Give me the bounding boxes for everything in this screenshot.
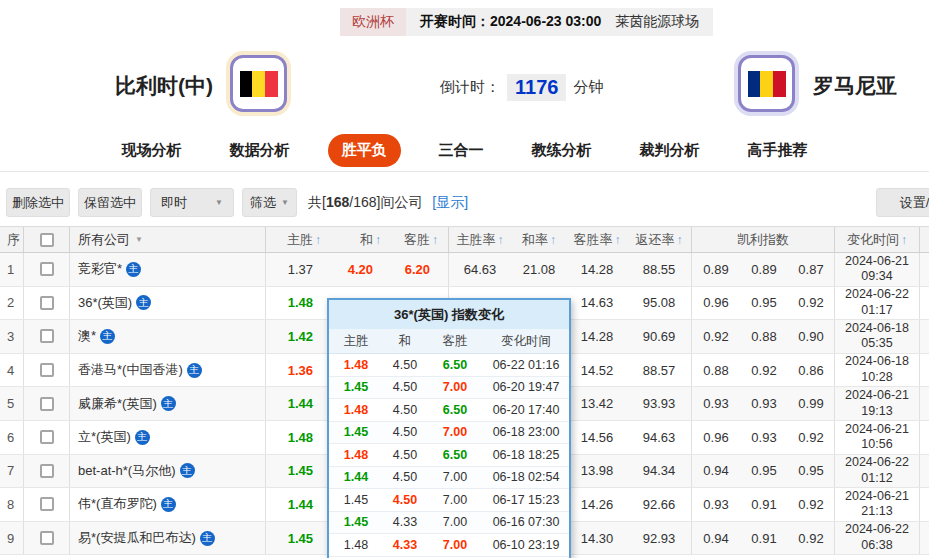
tab-three-in-one[interactable]: 三合一 (429, 134, 494, 167)
row-checkbox[interactable] (40, 363, 54, 377)
header-change-time[interactable]: 变化时间↑ (835, 227, 920, 252)
popup-change-time: 06-17 15:23 (483, 489, 569, 511)
header-draw-rate[interactable]: 和率↑ (511, 227, 567, 252)
select-all-checkbox[interactable] (40, 233, 54, 247)
kickoff-time: 开赛时间：2024-06-23 03:00 (406, 8, 613, 36)
kelly-draw: 0.89 (740, 253, 788, 286)
draw-odds[interactable]: 4.20 (331, 253, 391, 286)
company-name: 36*(英国) (78, 294, 132, 312)
header-return-rate[interactable]: 返还率↑ (627, 227, 692, 252)
company-count: 共[168/168]间公司 [显示] (308, 194, 468, 212)
company-cell[interactable]: 立*(英国)主 (70, 421, 266, 454)
sort-asc-icon: ↑ (901, 233, 907, 247)
row-checkbox[interactable] (40, 531, 54, 545)
row-index: 5 (0, 387, 24, 420)
row-checkbox[interactable] (40, 397, 54, 411)
match-odds-page: 欧洲杯 开赛时间：2024-06-23 03:00 莱茵能源球场 比利时(中) … (0, 0, 929, 558)
tab-data-analysis[interactable]: 数据分析 (220, 134, 300, 167)
edge-cell (920, 455, 929, 488)
chevron-down-icon: ▼ (135, 235, 143, 244)
header-away-odds[interactable]: 客胜↑ (391, 227, 449, 252)
edge-cell (920, 287, 929, 320)
company-cell[interactable]: 香港马*(中国香港)主 (70, 354, 266, 387)
tab-live-analysis[interactable]: 现场分析 (112, 134, 192, 167)
away-odds[interactable]: 6.20 (391, 253, 449, 286)
company-name: bet-at-h*(马尔他) (78, 462, 176, 480)
kelly-away: 0.90 (788, 320, 835, 353)
company-cell[interactable]: 36*(英国)主 (70, 287, 266, 320)
popup-row: 1.444.507.0006-18 02:54 (329, 467, 569, 490)
home-odds[interactable]: 1.42 (266, 320, 331, 353)
popup-row: 1.484.506.5006-18 18:25 (329, 444, 569, 467)
company-cell[interactable]: 澳*主 (70, 320, 266, 353)
return-rate: 88.57 (627, 354, 692, 387)
company-cell[interactable]: 伟*(直布罗陀)主 (70, 488, 266, 521)
row-index: 7 (0, 455, 24, 488)
popup-draw-odds: 4.50 (383, 489, 427, 511)
home-odds[interactable]: 1.37 (266, 253, 331, 286)
company-cell[interactable]: 易*(安提瓜和巴布达)主 (70, 522, 266, 555)
header-home-rate[interactable]: 主胜率↑ (449, 227, 511, 252)
countdown-value: 1176 (507, 74, 566, 101)
tab-win-draw-lose[interactable]: 胜平负 (328, 134, 401, 167)
header-company[interactable]: 所有公司 ▼ (70, 227, 266, 252)
home-odds[interactable]: 1.48 (266, 287, 331, 320)
home-odds[interactable]: 1.44 (266, 387, 331, 420)
row-checkbox[interactable] (40, 329, 54, 343)
header-home-odds-label: 主胜 (287, 231, 313, 249)
row-checkbox[interactable] (40, 497, 54, 511)
popup-change-time: 06-20 19:47 (483, 377, 569, 399)
header-away-rate[interactable]: 客胜率↑ (567, 227, 627, 252)
delete-selected-button[interactable]: 删除选中 (6, 188, 70, 217)
row-checkbox[interactable] (40, 430, 54, 444)
sort-asc-icon: ↑ (498, 233, 504, 247)
company-name: 澳* (78, 327, 96, 345)
change-time: 2024-06-2201:12 (835, 455, 920, 488)
edge-cell (920, 320, 929, 353)
popup-column-headers: 主胜 和 客胜 变化时间 (329, 329, 569, 354)
company-cell[interactable]: 威廉希*(英国)主 (70, 387, 266, 420)
main-odds-badge-icon: 主 (100, 329, 115, 344)
tab-referee-analysis[interactable]: 裁判分析 (630, 134, 710, 167)
header-draw-rate-label: 和率 (522, 231, 548, 249)
tab-expert-picks[interactable]: 高手推荐 (738, 134, 818, 167)
edge-cell (920, 421, 929, 454)
sort-asc-icon: ↑ (375, 233, 381, 247)
company-cell[interactable]: 竞彩官*主 (70, 253, 266, 286)
kelly-away: 0.92 (788, 522, 835, 555)
odds-time-select[interactable]: 即时 ▼ (150, 188, 234, 217)
tab-coach-analysis[interactable]: 教练分析 (522, 134, 602, 167)
home-odds[interactable]: 1.36 (266, 354, 331, 387)
home-odds[interactable]: 1.45 (266, 522, 331, 555)
home-odds[interactable]: 1.45 (266, 455, 331, 488)
row-checkbox[interactable] (40, 262, 54, 276)
main-odds-badge-icon: 主 (200, 531, 215, 546)
table-row: 1竞彩官*主1.374.206.2064.6321.0814.2888.550.… (0, 253, 929, 287)
kelly-draw: 0.93 (740, 421, 788, 454)
row-checkbox[interactable] (40, 296, 54, 310)
show-link[interactable]: [显示] (432, 194, 468, 210)
filter-button[interactable]: 筛选 ▼ (242, 188, 297, 217)
popup-away-odds: 7.00 (427, 534, 483, 556)
row-checkbox[interactable] (40, 464, 54, 478)
home-odds[interactable]: 1.48 (266, 421, 331, 454)
company-cell[interactable]: bet-at-h*(马尔他)主 (70, 455, 266, 488)
change-time: 2024-06-2201:17 (835, 287, 920, 320)
popup-row: 1.484.506.5006-20 17:40 (329, 399, 569, 422)
home-win-rate: 64.63 (449, 253, 511, 286)
header-draw-odds[interactable]: 和↑ (331, 227, 391, 252)
settings-select-button[interactable]: 设置/选 (876, 188, 929, 217)
sort-asc-icon: ↑ (550, 233, 556, 247)
edge-cell (920, 354, 929, 387)
header-seq: 序 (0, 227, 24, 252)
kelly-draw: 0.91 (740, 522, 788, 555)
header-home-odds[interactable]: 主胜↑ (266, 227, 331, 252)
row-checkbox-cell (24, 387, 70, 420)
countdown-label: 倒计时： (440, 78, 500, 97)
keep-selected-button[interactable]: 保留选中 (78, 188, 142, 217)
popup-away-odds: 7.00 (427, 489, 483, 511)
company-name: 伟*(直布罗陀) (78, 495, 157, 513)
edge-cell (920, 522, 929, 555)
home-odds[interactable]: 1.44 (266, 488, 331, 521)
change-time: 2024-06-2121:13 (835, 488, 920, 521)
